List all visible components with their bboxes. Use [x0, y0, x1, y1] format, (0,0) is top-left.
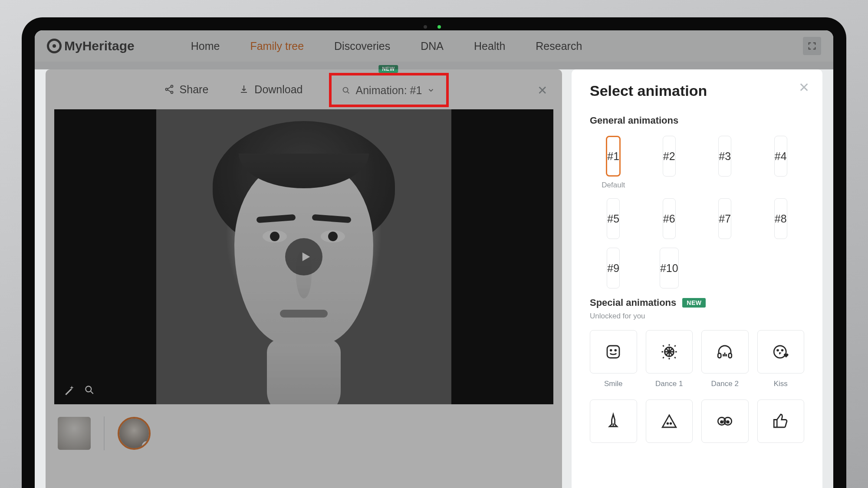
- special-dance2[interactable]: [701, 330, 749, 373]
- special-thumbs[interactable]: [757, 400, 805, 443]
- special-dance2-label: Dance 2: [711, 380, 739, 388]
- nav-dna[interactable]: DNA: [421, 40, 444, 52]
- special-section-title: Special animations: [590, 297, 676, 308]
- share-label: Share: [180, 83, 209, 96]
- triangle-face-icon: [660, 412, 678, 430]
- brand-name: MyHeritage: [64, 39, 135, 53]
- svg-point-13: [782, 350, 783, 351]
- thumb-divider: [104, 416, 105, 450]
- animation-option-3[interactable]: #3: [718, 136, 731, 177]
- share-button[interactable]: Share: [164, 83, 209, 96]
- special-new-badge: NEW: [682, 298, 706, 308]
- download-label: Download: [254, 83, 302, 96]
- svg-point-12: [777, 350, 778, 351]
- logo-icon: [47, 39, 62, 53]
- special-eyes[interactable]: [701, 400, 749, 443]
- top-nav: MyHeritage Home Family tree Discoveries …: [35, 30, 833, 62]
- zoom-icon[interactable]: [84, 384, 95, 396]
- new-badge: NEW: [378, 65, 398, 73]
- camera-led-icon: [437, 25, 441, 29]
- thumbs-up-icon: [772, 412, 790, 430]
- general-grid: #1 Default #2 #3 #4 #5 #6 #7 #8 #9 #10: [590, 136, 804, 288]
- special-grid-row1: Smile Dance 1 Dance 2: [590, 330, 804, 388]
- download-button[interactable]: Download: [239, 83, 302, 96]
- animation-option-5[interactable]: #5: [607, 198, 620, 239]
- special-kiss[interactable]: [757, 330, 805, 373]
- special-section-header: Special animations NEW: [590, 297, 804, 308]
- general-section-title: General animations: [590, 115, 804, 126]
- animation-panel: ✕ Select animation General animations #1…: [572, 69, 822, 488]
- media-panel: Share Download NEW Animation: #1 ✕: [46, 69, 562, 488]
- svg-point-19: [727, 421, 729, 423]
- animation-option-7[interactable]: #7: [718, 198, 731, 239]
- nav-home[interactable]: Home: [191, 40, 220, 52]
- svg-point-15: [670, 423, 671, 424]
- nav-discoveries[interactable]: Discoveries: [334, 40, 390, 52]
- animation-option-2[interactable]: #2: [663, 136, 676, 177]
- tutorial-highlight: [329, 73, 449, 107]
- magic-wand-icon[interactable]: [64, 384, 75, 396]
- thumbnail-face-selected[interactable]: [118, 417, 151, 450]
- svg-point-14: [667, 423, 668, 424]
- brand-logo[interactable]: MyHeritage: [47, 39, 135, 53]
- smile-icon: [604, 343, 622, 361]
- eyes-icon: [716, 412, 734, 430]
- svg-rect-9: [718, 354, 721, 358]
- svg-point-7: [615, 350, 616, 351]
- nav-links: Home Family tree Discoveries DNA Health …: [191, 40, 582, 52]
- panel-title: Select animation: [590, 82, 804, 99]
- special-dance1-label: Dance 1: [655, 380, 683, 388]
- play-button[interactable]: [285, 238, 322, 275]
- content-row: Share Download NEW Animation: #1 ✕: [46, 69, 822, 488]
- special-kiss-label: Kiss: [774, 380, 788, 388]
- unlocked-caption: Unlocked for you: [590, 312, 804, 321]
- special-smile-label: Smile: [604, 380, 623, 388]
- svg-point-18: [721, 421, 723, 423]
- thumbnail-strip: [46, 404, 562, 450]
- viewer-tools: [64, 384, 95, 396]
- headphones-icon: [716, 343, 734, 361]
- disco-icon: [660, 343, 678, 361]
- animation-dropdown[interactable]: NEW Animation: #1: [333, 75, 444, 105]
- svg-point-6: [611, 350, 612, 351]
- animation-option-10[interactable]: #10: [660, 248, 679, 288]
- close-media-button[interactable]: ✕: [537, 83, 547, 98]
- animation-option-8[interactable]: #8: [774, 198, 787, 239]
- pray-icon: [604, 412, 622, 430]
- special-smile[interactable]: [590, 330, 637, 373]
- close-panel-button[interactable]: ✕: [799, 80, 809, 95]
- special-warn[interactable]: [646, 400, 693, 443]
- default-caption: Default: [602, 181, 625, 190]
- media-toolbar: Share Download NEW Animation: #1 ✕: [46, 69, 562, 109]
- device-frame: MyHeritage Home Family tree Discoveries …: [22, 17, 846, 488]
- svg-point-11: [774, 346, 786, 358]
- svg-point-4: [85, 386, 91, 392]
- animation-option-6[interactable]: #6: [663, 198, 676, 239]
- animation-option-1[interactable]: #1: [606, 136, 621, 177]
- camera-lens-icon: [424, 25, 427, 29]
- thumbnail-play-icon: [141, 440, 151, 450]
- media-viewer: [54, 109, 553, 404]
- svg-rect-10: [729, 354, 732, 358]
- animation-option-4[interactable]: #4: [774, 136, 787, 177]
- special-pray[interactable]: [590, 400, 637, 443]
- svg-rect-5: [607, 346, 619, 358]
- fullscreen-button[interactable]: [803, 37, 821, 55]
- nav-family-tree[interactable]: Family tree: [250, 40, 304, 52]
- special-grid-row2: [590, 400, 804, 443]
- screen: MyHeritage Home Family tree Discoveries …: [35, 30, 833, 488]
- nav-research[interactable]: Research: [536, 40, 582, 52]
- animation-option-9[interactable]: #9: [607, 248, 620, 288]
- nav-health[interactable]: Health: [474, 40, 505, 52]
- special-dance1[interactable]: [646, 330, 693, 373]
- kiss-icon: [772, 343, 790, 361]
- thumbnail-original[interactable]: [58, 417, 91, 450]
